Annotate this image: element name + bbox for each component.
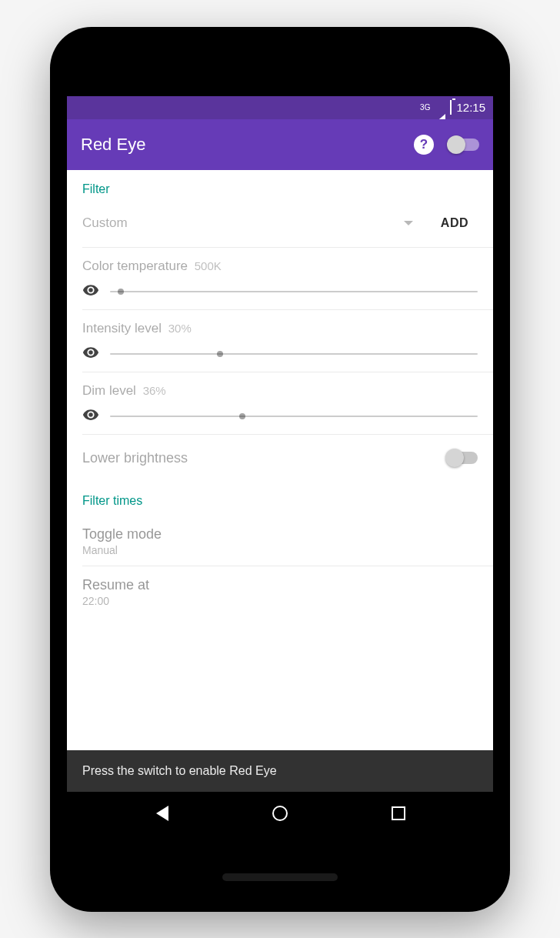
- lower-brightness-row[interactable]: Lower brightness: [67, 435, 493, 482]
- resume-at-value: 22:00: [82, 595, 478, 607]
- lower-brightness-switch[interactable]: [447, 452, 478, 464]
- intensity-label: Intensity level 30%: [82, 321, 478, 336]
- add-filter-button[interactable]: ADD: [432, 210, 478, 236]
- dim-slider[interactable]: [110, 416, 478, 417]
- nav-recent-button[interactable]: [375, 806, 422, 820]
- section-filter-times-header: Filter times: [67, 482, 493, 516]
- lower-brightness-label: Lower brightness: [82, 450, 188, 466]
- eye-icon[interactable]: [82, 282, 99, 302]
- help-icon: ?: [414, 135, 434, 155]
- eye-icon[interactable]: [82, 344, 99, 364]
- slider-thumb: [118, 289, 124, 295]
- eye-icon[interactable]: [82, 406, 99, 426]
- filter-preset-dropdown[interactable]: Custom: [82, 212, 413, 234]
- back-icon: [156, 806, 168, 821]
- color-temperature-group: Color temperature 500K: [67, 248, 493, 309]
- recent-icon: [392, 806, 405, 820]
- nav-back-button[interactable]: [139, 806, 185, 821]
- content-scroll[interactable]: Filter Custom ADD Color temperature 500K: [67, 170, 493, 750]
- snackbar-text: Press the switch to enable Red Eye: [82, 764, 277, 777]
- master-switch[interactable]: [448, 139, 479, 151]
- snackbar: Press the switch to enable Red Eye: [67, 750, 493, 792]
- chevron-down-icon: [404, 221, 413, 225]
- dim-group: Dim level 36%: [67, 372, 493, 434]
- dim-value: 36%: [143, 384, 166, 397]
- resume-at-item[interactable]: Resume at 22:00: [67, 566, 493, 616]
- filter-preset-row: Custom ADD: [67, 204, 493, 247]
- toggle-mode-label: Toggle mode: [82, 526, 478, 542]
- nav-home-button[interactable]: [257, 806, 303, 821]
- nav-bar: [67, 792, 493, 835]
- color-temperature-value: 500K: [195, 259, 222, 272]
- section-filter-header: Filter: [67, 170, 493, 204]
- toggle-mode-value: Manual: [82, 544, 478, 556]
- clock: 12:15: [456, 101, 485, 114]
- battery-icon: [450, 101, 452, 114]
- slider-thumb: [217, 351, 223, 357]
- dim-label: Dim level 36%: [82, 383, 478, 399]
- app-bar: Red Eye ?: [67, 119, 493, 170]
- color-temperature-label: Color temperature 500K: [82, 259, 478, 274]
- filter-preset-value: Custom: [82, 215, 128, 231]
- switch-knob: [447, 135, 465, 154]
- signal-icon: [435, 101, 445, 114]
- resume-at-label: Resume at: [82, 577, 478, 593]
- help-button[interactable]: ?: [410, 131, 438, 159]
- home-icon: [272, 806, 288, 821]
- intensity-group: Intensity level 30%: [67, 310, 493, 372]
- status-bar: 3G 12:15: [67, 96, 493, 119]
- slider-thumb: [239, 413, 245, 419]
- intensity-slider[interactable]: [110, 353, 478, 355]
- intensity-value: 30%: [168, 322, 192, 335]
- color-temperature-slider[interactable]: [110, 291, 478, 292]
- switch-knob: [445, 449, 464, 467]
- phone-frame: 3G 12:15 Red Eye ? Filter Custom ADD: [50, 27, 510, 912]
- screen: 3G 12:15 Red Eye ? Filter Custom ADD: [67, 96, 493, 835]
- network-label: 3G: [420, 104, 430, 112]
- app-title: Red Eye: [81, 135, 399, 155]
- toggle-mode-item[interactable]: Toggle mode Manual: [67, 516, 493, 566]
